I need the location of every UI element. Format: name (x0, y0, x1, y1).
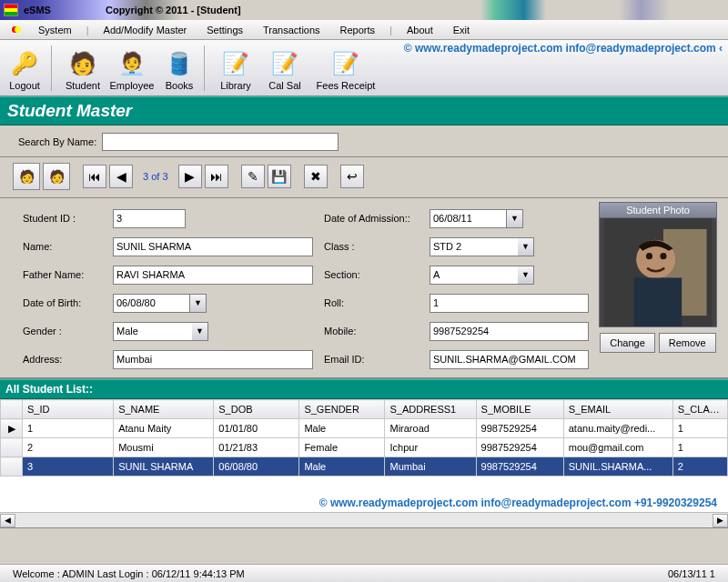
grid-table[interactable]: S_ID S_NAME S_DOB S_GENDER S_ADDRESS1 S_… (0, 399, 728, 477)
cell[interactable]: 9987529254 (476, 419, 563, 438)
section-dropdown[interactable]: ▼ (518, 266, 534, 285)
nav-remove-user[interactable]: 🧑 (43, 163, 70, 190)
gender-dropdown[interactable]: ▼ (192, 322, 208, 341)
col-saddress[interactable]: S_ADDRESS1 (385, 400, 476, 419)
menu-separator: | (389, 25, 392, 35)
cell[interactable]: SUNIL SHARMA (114, 457, 214, 477)
dob-dropdown[interactable]: ▼ (190, 294, 207, 313)
user-plus-icon: 🧑 (19, 169, 35, 184)
nav-save[interactable]: 💾 (268, 165, 291, 188)
title-copyright: Copyright © 2011 - [Student] (106, 5, 241, 15)
nav-first[interactable]: ⏮ (83, 165, 106, 188)
nav-next[interactable]: ▶ (178, 165, 202, 188)
app-icon (4, 4, 18, 16)
input-address[interactable] (113, 350, 313, 369)
cell[interactable]: 9987529254 (476, 438, 563, 457)
horizontal-scrollbar[interactable]: ◀ ▶ (0, 512, 728, 527)
select-section[interactable] (430, 266, 518, 285)
delete-icon: ✖ (310, 169, 321, 184)
search-input[interactable] (102, 133, 339, 151)
cell[interactable]: Male (299, 419, 385, 438)
input-student-id[interactable] (113, 209, 186, 228)
col-sdob[interactable]: S_DOB (214, 400, 299, 419)
nav-refresh[interactable]: ↩ (340, 165, 364, 188)
select-class[interactable] (430, 237, 518, 256)
label-doa: Date of Admission:: (324, 213, 410, 224)
cell[interactable]: 9987529254 (476, 457, 563, 477)
scroll-left-icon[interactable]: ◀ (0, 514, 15, 527)
cell[interactable]: Atanu Maity (114, 419, 214, 438)
toolbar-calsal[interactable]: 📝Cal Sal (260, 42, 309, 95)
menu-add-modify-master[interactable]: Add/Modify Master (95, 22, 197, 38)
cell[interactable]: atanu.maity@redi... (563, 419, 672, 438)
photo-change-button[interactable]: Change (600, 333, 655, 353)
col-sid[interactable]: S_ID (23, 400, 114, 419)
cell[interactable]: Male (299, 457, 385, 477)
menu-settings[interactable]: Settings (197, 22, 252, 38)
list-header: All Student List:: (0, 379, 728, 399)
save-icon: 💾 (271, 169, 287, 184)
next-icon: ▶ (185, 169, 195, 184)
menu-about[interactable]: About (398, 22, 442, 38)
col-smobile[interactable]: S_MOBILE (476, 400, 563, 419)
input-name[interactable] (113, 237, 313, 256)
toolbar-logout[interactable]: 🔑Logout (0, 42, 49, 95)
cell[interactable]: 3 (23, 457, 114, 477)
toolbar-library[interactable]: 📝Library (211, 42, 260, 95)
input-mobile[interactable] (430, 322, 589, 341)
photo-remove-button[interactable]: Remove (659, 333, 716, 353)
cell[interactable]: Mousmi (114, 438, 214, 457)
input-dob[interactable] (113, 294, 190, 313)
nav-prev[interactable]: ◀ (109, 165, 133, 188)
toolbar-employee[interactable]: 🧑‍💼Employee (107, 42, 157, 95)
col-sclass[interactable]: S_CLASS (672, 400, 727, 419)
label-dob: Date of Birth: (23, 297, 81, 308)
cell[interactable]: 1 (672, 438, 727, 457)
cell[interactable]: 01/01/80 (214, 419, 299, 438)
nav-add-user[interactable]: 🧑 (13, 163, 40, 190)
cell[interactable]: 1 (672, 419, 727, 438)
toolbar-books[interactable]: 🛢️Books (157, 42, 202, 95)
nav-edit[interactable]: ✎ (241, 165, 265, 188)
cell[interactable]: 06/08/80 (214, 457, 299, 477)
scroll-right-icon[interactable]: ▶ (713, 514, 728, 527)
table-row[interactable]: 2Mousmi01/21/83FemaleIchpur9987529254mou… (1, 438, 728, 457)
menu-reports[interactable]: Reports (331, 22, 385, 38)
input-doa[interactable] (430, 209, 507, 228)
input-father-name[interactable] (113, 266, 313, 285)
doa-dropdown[interactable]: ▼ (507, 209, 523, 228)
label-class: Class : (324, 241, 355, 252)
class-dropdown[interactable]: ▼ (518, 237, 534, 256)
nav-last[interactable]: ⏭ (205, 165, 228, 188)
key-icon: 🔑 (10, 49, 39, 78)
select-gender[interactable] (113, 322, 192, 341)
col-semail[interactable]: S_EMAIL (563, 400, 672, 419)
menu-system[interactable]: System (29, 22, 81, 38)
input-email[interactable] (430, 350, 589, 369)
record-counter: 3 of 3 (143, 171, 168, 182)
cell[interactable]: mou@gmail.com (563, 438, 672, 457)
toolbar-fees-receipt[interactable]: 📝Fees Receipt (309, 42, 382, 95)
pencil-icon: ✎ (248, 169, 258, 184)
cell[interactable]: 2 (23, 438, 114, 457)
menu-transactions[interactable]: Transactions (254, 22, 329, 38)
toolbar-student[interactable]: 🧑Student (58, 42, 107, 95)
col-sgender[interactable]: S_GENDER (299, 400, 385, 419)
col-sname[interactable]: S_NAME (114, 400, 214, 419)
title-bar: eSMS Copyright © 2011 - [Student] (0, 0, 728, 20)
table-row[interactable]: ▶1Atanu Maity01/01/80MaleMiraroad9987529… (1, 419, 728, 438)
nav-delete[interactable]: ✖ (304, 165, 328, 188)
cell[interactable]: Miraroad (385, 419, 476, 438)
cell[interactable]: Ichpur (385, 438, 476, 457)
cell[interactable]: Mumbai (385, 457, 476, 477)
table-row[interactable]: 3SUNIL SHARMA06/08/80MaleMumbai998752925… (1, 457, 728, 477)
cell[interactable]: SUNIL.SHARMA... (563, 457, 672, 477)
cell[interactable]: 01/21/83 (214, 438, 299, 457)
input-roll[interactable] (430, 294, 589, 313)
prev-icon: ◀ (116, 169, 126, 184)
cell[interactable]: 2 (672, 457, 727, 477)
scroll-track[interactable] (15, 514, 713, 527)
menu-exit[interactable]: Exit (444, 22, 479, 38)
cell[interactable]: 1 (23, 419, 114, 438)
cell[interactable]: Female (299, 438, 385, 457)
